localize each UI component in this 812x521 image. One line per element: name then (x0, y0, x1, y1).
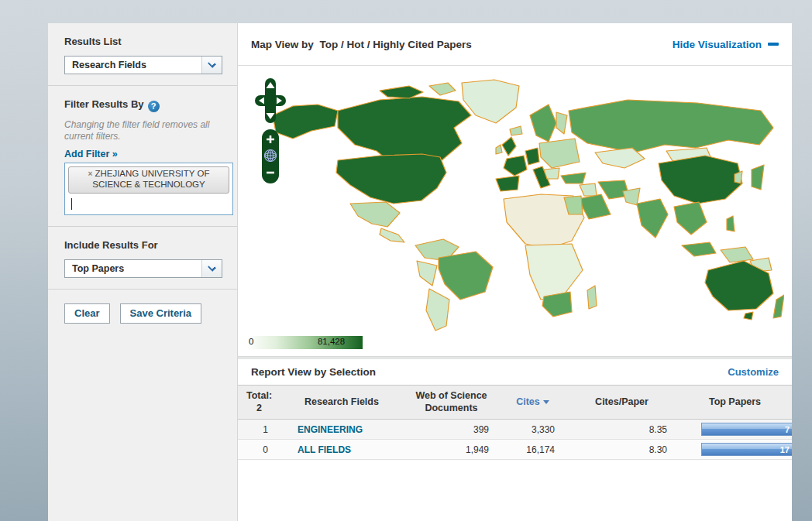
filter-tag-label: ZHEJIANG UNIVERSITY OF SCIENCE & TECHNOL… (92, 169, 209, 189)
results-list-select[interactable]: Research Fields (64, 56, 222, 74)
field-link-engineering[interactable]: ENGINEERING (298, 424, 363, 435)
southeast-asia (674, 202, 707, 235)
sidebar: Results List Research Fields Filter Resu… (48, 23, 238, 521)
add-filter-link[interactable]: Add Filter » (64, 149, 118, 159)
filter-note: Changing the filter field removes all cu… (64, 119, 222, 142)
hide-visualization-link[interactable]: Hide Visualization (673, 39, 779, 50)
balkans (544, 168, 559, 179)
results-list-heading: Results List (64, 36, 222, 47)
include-results-heading: Include Results For (64, 239, 222, 251)
row-cites-per-paper: 8.35 (566, 420, 678, 440)
results-list-selected-value: Research Fields (65, 60, 146, 70)
country-philippines (727, 216, 735, 231)
country-new-zealand (773, 295, 784, 318)
column-header-total: Total: 2 (238, 386, 280, 420)
country-india (637, 199, 668, 238)
table-row[interactable]: 1 ENGINEERING 399 3,330 8.35 7 (238, 420, 792, 440)
remove-tag-icon[interactable]: × (88, 170, 93, 178)
country-greenland (462, 80, 519, 123)
arctic-islands (429, 83, 456, 95)
eastern-europe (539, 139, 580, 168)
sort-arrow-icon (543, 400, 549, 404)
filter-section: Filter Results By? Changing the filter f… (48, 86, 237, 227)
column-header-wos-documents[interactable]: Web of Science Documents (403, 386, 500, 420)
app-window: Results List Research Fields Filter Resu… (48, 23, 792, 521)
row-wos-documents: 399 (403, 420, 500, 440)
customize-link[interactable]: Customize (728, 366, 779, 378)
column-header-research-fields[interactable]: Research Fields (280, 386, 403, 420)
row-cites: 3,330 (500, 420, 566, 440)
help-icon[interactable]: ? (148, 101, 160, 112)
central-america (380, 228, 404, 242)
row-field: ALL FIELDS (280, 440, 403, 460)
row-top-papers-cell: 17 (678, 440, 792, 460)
filter-tag[interactable]: ×ZHEJIANG UNIVERSITY OF SCIENCE & TECHNO… (68, 166, 229, 194)
chevron-down-icon (208, 262, 216, 271)
zoom-control[interactable] (262, 129, 279, 183)
include-results-selected-value: Top Papers (65, 263, 124, 274)
visualization-header: Map View by Top / Hot / Highly Cited Pap… (238, 23, 792, 66)
column-header-top-papers[interactable]: Top Papers (678, 386, 792, 420)
country-germany (525, 148, 539, 165)
include-results-select[interactable]: Top Papers (64, 259, 222, 278)
sub-saharan-africa (525, 244, 583, 300)
column-header-cites-per-paper[interactable]: Cites/Paper (566, 386, 678, 420)
legend-min-value: 0 (249, 337, 253, 346)
country-indonesia-east (721, 247, 753, 262)
country-france (504, 156, 527, 176)
save-criteria-button[interactable]: Save Criteria (120, 303, 202, 324)
top-papers-bar: 7 (701, 423, 792, 436)
collapse-minus-icon (768, 43, 779, 46)
country-tasmania (744, 312, 753, 320)
row-top-papers-cell: 7 (678, 420, 792, 440)
table-row[interactable]: 0 ALL FIELDS 1,949 16,174 8.30 17 (238, 440, 792, 460)
results-list-section: Results List Research Fields (48, 23, 237, 86)
country-norway-sweden (530, 105, 556, 142)
country-madagascar (587, 286, 597, 309)
filter-input-box[interactable]: ×ZHEJIANG UNIVERSITY OF SCIENCE & TECHNO… (64, 163, 233, 215)
row-cites: 16,174 (500, 440, 566, 460)
filter-note-line1: Changing the filter field removes all (64, 119, 222, 131)
hide-visualization-label: Hide Visualization (673, 39, 762, 50)
country-uk (502, 137, 516, 156)
main-panel: Map View by Top / Hot / Highly Cited Pap… (238, 23, 792, 521)
include-results-select-arrow[interactable] (201, 260, 222, 277)
country-iceland (510, 126, 522, 135)
country-china (659, 156, 742, 204)
row-count: 1 (238, 420, 280, 440)
country-mexico (350, 202, 400, 227)
report-header: Report View by Selection Customize (238, 359, 792, 385)
country-finland (556, 112, 567, 134)
filter-note-line2: current filters. (64, 131, 222, 142)
results-list-select-arrow[interactable] (201, 57, 222, 74)
country-pakistan (623, 188, 640, 205)
include-results-section: Include Results For Top Papers (48, 227, 237, 290)
pan-control[interactable] (255, 78, 286, 123)
total-value: 2 (239, 403, 279, 415)
actions-section: Clear Save Criteria (48, 290, 237, 334)
globe-icon (265, 150, 277, 162)
country-indonesia (682, 242, 716, 256)
column-header-cites[interactable]: Cites (500, 386, 566, 420)
map-view-title-prefix: Map View by (251, 39, 314, 50)
cites-label: Cites (516, 396, 540, 407)
country-spain (496, 176, 519, 191)
country-japan (752, 165, 764, 190)
report-table-header-row: Total: 2 Research Fields Web of Science … (238, 386, 792, 420)
total-label: Total: (239, 390, 279, 403)
filter-heading: Filter Results By? (64, 98, 222, 112)
country-turkey (561, 173, 586, 183)
row-cites-per-paper: 8.30 (566, 440, 678, 460)
map-control-icons (255, 78, 286, 185)
country-russia (569, 100, 773, 153)
country-brazil (439, 252, 493, 300)
country-ireland (496, 145, 502, 154)
clear-button[interactable]: Clear (64, 303, 110, 324)
legend-max-value: 81,428 (318, 337, 345, 346)
world-choropleth-map[interactable] (263, 70, 784, 334)
filter-heading-label: Filter Results By (64, 98, 144, 110)
map-view-title: Map View by Top / Hot / Highly Cited Pap… (251, 39, 472, 50)
top-papers-bar: 17 (701, 443, 792, 456)
report-view-title: Report View by Selection (251, 366, 376, 378)
field-link-all-fields[interactable]: ALL FIELDS (298, 444, 351, 455)
